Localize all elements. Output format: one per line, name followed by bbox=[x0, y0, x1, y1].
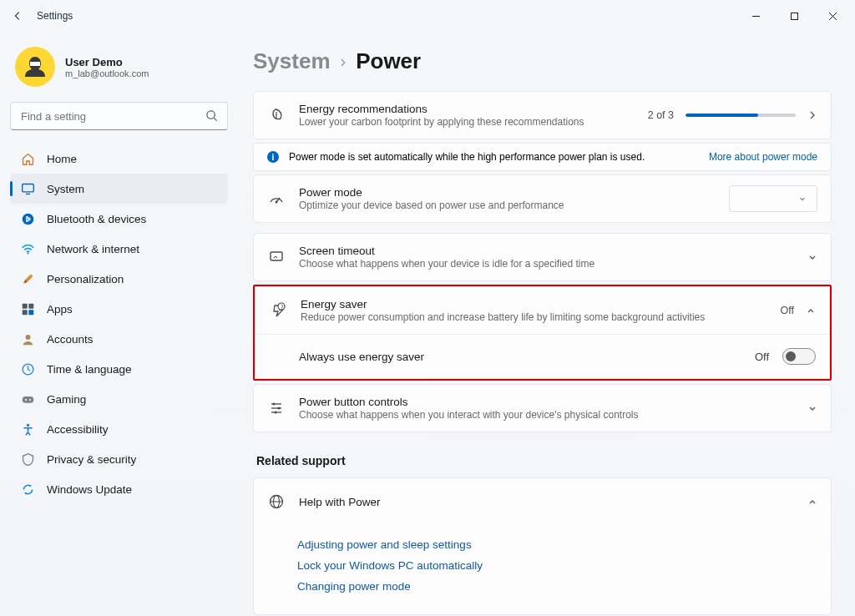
svg-rect-12 bbox=[22, 310, 27, 315]
info-link[interactable]: More about power mode bbox=[709, 151, 817, 163]
help-link[interactable]: Lock your Windows PC automatically bbox=[297, 559, 817, 572]
sidebar-item-label: Privacy & security bbox=[47, 453, 136, 466]
card-subtitle: Choose what happens when your device is … bbox=[299, 258, 794, 270]
power-button-controls-card[interactable]: Power button controls Choose what happen… bbox=[253, 384, 832, 432]
breadcrumb-parent[interactable]: System bbox=[253, 48, 331, 74]
sidebar-item-accessibility[interactable]: Accessibility bbox=[10, 414, 228, 444]
related-support-heading: Related support bbox=[256, 454, 832, 467]
sidebar-item-bluetooth[interactable]: Bluetooth & devices bbox=[10, 204, 228, 234]
svg-point-4 bbox=[207, 111, 215, 119]
screen-icon bbox=[267, 248, 286, 266]
card-subtitle: Optimize your device based on power use … bbox=[299, 199, 716, 211]
sidebar-item-label: Bluetooth & devices bbox=[47, 213, 146, 225]
wifi-icon bbox=[20, 241, 35, 256]
sidebar-item-home[interactable]: Home bbox=[10, 144, 228, 174]
progress-text: 2 of 3 bbox=[648, 109, 674, 121]
help-link[interactable]: Changing power mode bbox=[297, 580, 817, 593]
card-title: Energy saver bbox=[301, 298, 767, 311]
main-content: System › Power Energy recommendations Lo… bbox=[238, 32, 855, 616]
card-title: Power button controls bbox=[299, 396, 794, 408]
sidebar-item-label: Gaming bbox=[47, 393, 86, 406]
sidebar-item-label: Time & language bbox=[47, 363, 132, 376]
energy-saver-toggle[interactable] bbox=[782, 348, 816, 365]
help-with-power-card: Help with Power Adjusting power and slee… bbox=[253, 477, 832, 615]
svg-point-9 bbox=[27, 252, 28, 254]
energy-saver-card[interactable]: Energy saver Reduce power consumption an… bbox=[255, 286, 830, 379]
search-field[interactable] bbox=[10, 102, 228, 130]
bluetooth-icon bbox=[20, 211, 35, 226]
search-icon bbox=[205, 109, 218, 125]
update-icon bbox=[20, 482, 35, 497]
nav-list: Home System Bluetooth & devices Network … bbox=[10, 144, 228, 504]
sliders-icon bbox=[267, 399, 286, 417]
sidebar: User Demo m_lab@outlook.com Home System … bbox=[0, 32, 238, 616]
help-links: Adjusting power and sleep settings Lock … bbox=[254, 525, 831, 614]
help-link[interactable]: Adjusting power and sleep settings bbox=[297, 538, 817, 551]
svg-point-8 bbox=[22, 213, 33, 225]
svg-point-28 bbox=[278, 407, 281, 410]
svg-point-14 bbox=[25, 334, 30, 339]
card-subtitle: Reduce power consumption and increase ba… bbox=[301, 311, 767, 323]
svg-point-27 bbox=[273, 403, 276, 406]
accessibility-icon bbox=[20, 422, 35, 437]
sidebar-item-update[interactable]: Windows Update bbox=[10, 474, 228, 504]
energy-saver-state: Off bbox=[781, 305, 794, 316]
speedometer-icon bbox=[267, 189, 286, 208]
apps-icon bbox=[20, 301, 35, 316]
energy-recommendations-card[interactable]: Energy recommendations Lower your carbon… bbox=[253, 91, 832, 139]
always-use-energy-saver-row: Always use energy saver Off bbox=[255, 334, 829, 378]
sidebar-item-label: Windows Update bbox=[47, 483, 132, 496]
minimize-button[interactable] bbox=[736, 3, 775, 28]
sidebar-item-personalization[interactable]: Personalization bbox=[10, 264, 228, 294]
avatar bbox=[15, 47, 55, 87]
svg-rect-1 bbox=[791, 13, 797, 19]
home-icon bbox=[20, 151, 35, 166]
svg-point-18 bbox=[29, 398, 31, 400]
leaf-icon bbox=[267, 106, 286, 124]
back-button[interactable] bbox=[3, 3, 32, 28]
card-title: Screen timeout bbox=[299, 245, 794, 257]
profile-block[interactable]: User Demo m_lab@outlook.com bbox=[10, 43, 228, 102]
sidebar-item-gaming[interactable]: Gaming bbox=[10, 384, 228, 414]
profile-email: m_lab@outlook.com bbox=[65, 68, 149, 78]
card-subtitle: Lower your carbon footprint by applying … bbox=[299, 116, 635, 128]
toggle-state: Off bbox=[755, 351, 769, 363]
sidebar-item-privacy[interactable]: Privacy & security bbox=[10, 444, 228, 474]
paintbrush-icon bbox=[20, 271, 35, 286]
system-icon bbox=[20, 181, 35, 196]
energy-saver-highlighted: Energy saver Reduce power consumption an… bbox=[253, 285, 832, 381]
svg-rect-10 bbox=[22, 303, 27, 308]
chevron-up-icon bbox=[807, 497, 817, 507]
breadcrumb: System › Power bbox=[253, 48, 832, 74]
screen-timeout-card[interactable]: Screen timeout Choose what happens when … bbox=[253, 233, 832, 281]
svg-rect-6 bbox=[22, 184, 33, 191]
sidebar-item-label: Personalization bbox=[47, 273, 124, 285]
svg-point-23 bbox=[278, 303, 285, 310]
help-header-row[interactable]: Help with Power bbox=[254, 478, 831, 525]
sidebar-item-network[interactable]: Network & internet bbox=[10, 234, 228, 264]
close-button[interactable] bbox=[813, 3, 852, 28]
sidebar-item-apps[interactable]: Apps bbox=[10, 294, 228, 324]
chevron-down-icon bbox=[807, 252, 817, 262]
sidebar-item-system[interactable]: System bbox=[10, 174, 228, 204]
search-input[interactable] bbox=[10, 102, 228, 130]
chevron-up-icon bbox=[806, 305, 816, 316]
sidebar-item-accounts[interactable]: Accounts bbox=[10, 324, 228, 354]
info-text: Power mode is set automatically while th… bbox=[289, 151, 645, 163]
power-mode-card[interactable]: Power mode Optimize your device based on… bbox=[253, 174, 832, 223]
progress-bar bbox=[686, 114, 796, 117]
maximize-button[interactable] bbox=[775, 3, 813, 28]
card-subtitle: Choose what happens when you interact wi… bbox=[299, 409, 794, 421]
sidebar-item-time-language[interactable]: Time & language bbox=[10, 354, 228, 384]
profile-name: User Demo bbox=[65, 56, 149, 68]
svg-rect-3 bbox=[30, 62, 40, 66]
info-bar: i Power mode is set automatically while … bbox=[253, 143, 832, 171]
card-title: Help with Power bbox=[299, 496, 794, 508]
chevron-right-icon: › bbox=[341, 52, 347, 71]
power-mode-select[interactable] bbox=[729, 185, 817, 212]
svg-rect-13 bbox=[28, 310, 33, 315]
sidebar-item-label: System bbox=[47, 183, 84, 195]
sidebar-item-label: Apps bbox=[47, 303, 73, 316]
sidebar-item-label: Accessibility bbox=[47, 423, 109, 436]
clock-globe-icon bbox=[20, 361, 35, 376]
